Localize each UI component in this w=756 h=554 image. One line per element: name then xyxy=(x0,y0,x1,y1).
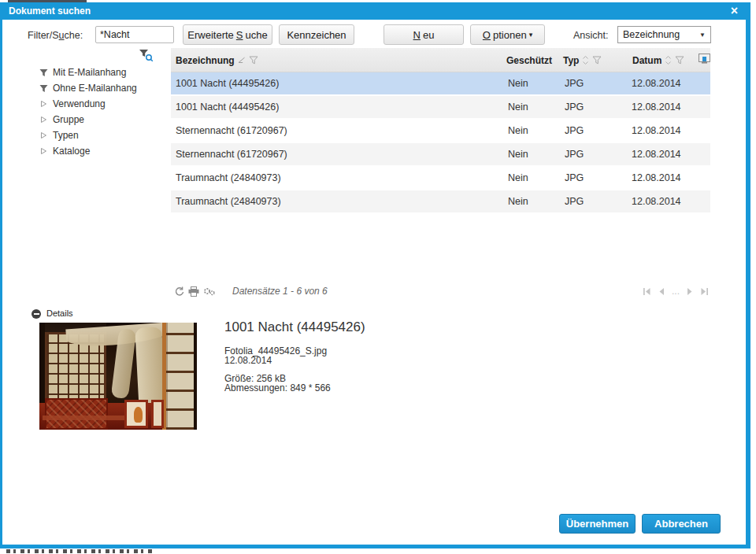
cell-type: JPG xyxy=(565,167,584,189)
cell-type: JPG xyxy=(565,143,584,165)
occluded-background-text xyxy=(6,549,152,553)
column-header-bezeichnung[interactable]: Bezeichnung xyxy=(176,48,258,72)
apply-button[interactable]: Übernehmen xyxy=(559,514,636,534)
cell-type: JPG xyxy=(565,120,584,142)
view-select-value: Bezeichnung xyxy=(623,29,680,40)
details-title: 1001 Nacht (44495426) xyxy=(224,319,365,335)
advanced-search-button[interactable]: Erweiterte Suche xyxy=(183,24,272,45)
photo-painted-panel xyxy=(124,400,148,428)
column-header-datum[interactable]: Datum xyxy=(632,48,684,72)
sidebar-item-label: Mit E-Mailanhang xyxy=(53,67,126,78)
funnel-icon xyxy=(39,84,48,93)
expander-icon xyxy=(40,147,47,155)
photo-figure xyxy=(134,407,143,423)
refresh-icon[interactable] xyxy=(174,286,184,300)
cell-protected: Nein xyxy=(508,190,528,212)
next-page-icon[interactable] xyxy=(687,288,693,295)
dokument-suchen-dialog: Dokument suchen × Filter/Suche: Erweiter… xyxy=(0,2,750,548)
cell-name: 1001 Nacht (44495426) xyxy=(176,72,279,94)
filter-funnel-icon[interactable] xyxy=(249,56,258,65)
sidebar-item-label: Typen xyxy=(53,130,79,141)
cell-type: JPG xyxy=(565,190,584,212)
print-icon[interactable] xyxy=(188,286,199,300)
cell-protected: Nein xyxy=(508,143,528,165)
settings-gears-icon[interactable] xyxy=(203,286,216,300)
sidebar-item-label: Kataloge xyxy=(53,146,90,157)
pagination: ... xyxy=(643,286,709,297)
table-row[interactable]: 1001 Nacht (44495426) Nein JPG 12.08.201… xyxy=(171,96,710,120)
filter-funnel-icon[interactable] xyxy=(592,56,602,65)
cell-protected: Nein xyxy=(508,96,528,118)
prev-page-icon[interactable] xyxy=(658,288,665,295)
sidebar-item-label: Gruppe xyxy=(53,114,84,125)
filter-funnel-icon[interactable] xyxy=(675,56,684,65)
filter-search-label: Filter/Suche: xyxy=(28,27,83,44)
photo-shoji-door xyxy=(162,323,197,430)
cell-protected: Nein xyxy=(508,120,528,142)
table-row[interactable]: Sternennacht (61720967) Nein JPG 12.08.2… xyxy=(171,143,710,167)
sidebar-item-label: Verwendung xyxy=(53,98,106,109)
cell-name: Traumnacht (24840973) xyxy=(176,167,281,189)
table-rows: 1001 Nacht (44495426) Nein JPG 12.08.201… xyxy=(171,72,710,214)
cell-name: 1001 Nacht (44495426) xyxy=(176,96,279,118)
cell-name: Sternennacht (61720967) xyxy=(176,143,287,165)
cell-date: 12.08.2014 xyxy=(632,72,681,94)
cell-protected: Nein xyxy=(508,72,528,94)
options-button[interactable]: Optionen▾ xyxy=(470,24,545,45)
screen: Dokument suchen × Filter/Suche: Erweiter… xyxy=(0,0,756,554)
dropdown-arrow-icon: ▾ xyxy=(529,31,533,39)
view-select[interactable]: Bezeichnung ▼ xyxy=(617,26,711,43)
cell-name: Traumnacht (24840973) xyxy=(176,190,281,212)
page-ellipsis: ... xyxy=(672,286,680,297)
expander-icon xyxy=(40,116,47,124)
table-row[interactable]: 1001 Nacht (44495426) Nein JPG 12.08.201… xyxy=(171,72,710,96)
photo-painted-panel xyxy=(151,400,164,428)
new-button[interactable]: Neu xyxy=(384,24,464,45)
records-count-text: Datensätze 1 - 6 von 6 xyxy=(232,285,328,297)
select-arrow-icon: ▼ xyxy=(699,31,706,39)
expander-icon xyxy=(40,131,47,139)
flags-button[interactable]: Kennzeichen xyxy=(279,24,354,45)
column-header-geschuetzt[interactable]: Geschützt xyxy=(506,48,552,72)
sidebar-item-mit-e-mailanhang[interactable]: Mit E-Mailanhang xyxy=(39,65,169,80)
cancel-button[interactable]: Abbrechen xyxy=(642,514,721,534)
cell-type: JPG xyxy=(565,96,584,118)
photo-drape xyxy=(135,327,166,412)
details-section-label: Details xyxy=(46,308,73,319)
first-page-icon[interactable] xyxy=(643,288,651,295)
cell-date: 12.08.2014 xyxy=(632,96,681,118)
sidebar-item-typen[interactable]: Typen xyxy=(39,127,169,143)
table-row[interactable]: Traumnacht (24840973) Nein JPG 12.08.201… xyxy=(171,167,710,190)
sidebar-item-kataloge[interactable]: Kataloge xyxy=(39,143,169,159)
photo-shelf-highlight xyxy=(43,416,129,420)
column-header-typ[interactable]: Typ xyxy=(563,48,602,72)
details-collapse-icon[interactable] xyxy=(32,309,41,319)
cell-protected: Nein xyxy=(508,167,528,189)
table-row[interactable]: Traumnacht (24840973) Nein JPG 12.08.201… xyxy=(171,190,710,214)
preview-thumbnail xyxy=(39,323,197,430)
column-chooser-icon[interactable] xyxy=(699,54,710,66)
search-input[interactable] xyxy=(95,26,174,43)
dialog-titlebar: Dokument suchen × xyxy=(2,2,746,20)
dialog-body: Filter/Suche: Erweiterte Suche Kennzeich… xyxy=(2,20,746,545)
results-table: Bezeichnung Geschützt Typ Datum xyxy=(171,48,710,214)
sidebar-tree: Mit E-Mailanhang Ohne E-Mailanhang Verwe… xyxy=(39,65,169,159)
table-row[interactable]: Sternennacht (61720967) Nein JPG 12.08.2… xyxy=(171,120,710,143)
photo-right-edge xyxy=(194,323,197,430)
details-date: 12.08.2014 xyxy=(224,356,272,365)
last-page-icon[interactable] xyxy=(700,288,709,295)
sort-updown-icon xyxy=(665,55,672,65)
sidebar-item-ohne-e-mailanhang[interactable]: Ohne E-Mailanhang xyxy=(39,80,169,96)
expander-icon xyxy=(40,100,47,108)
details-dimensions: Abmessungen: 849 * 566 xyxy=(224,383,331,393)
sidebar-item-verwendung[interactable]: Verwendung xyxy=(39,96,169,112)
sort-asc-icon xyxy=(238,57,246,64)
close-icon[interactable]: × xyxy=(731,2,738,20)
cell-name: Sternennacht (61720967) xyxy=(176,120,287,142)
cell-type: JPG xyxy=(565,72,584,94)
dialog-title: Dokument suchen xyxy=(9,2,91,20)
sidebar-item-gruppe[interactable]: Gruppe xyxy=(39,112,169,127)
table-header: Bezeichnung Geschützt Typ Datum xyxy=(171,48,710,72)
filter-search-icon[interactable] xyxy=(139,49,154,65)
sidebar-item-label: Ohne E-Mailanhang xyxy=(53,83,137,94)
